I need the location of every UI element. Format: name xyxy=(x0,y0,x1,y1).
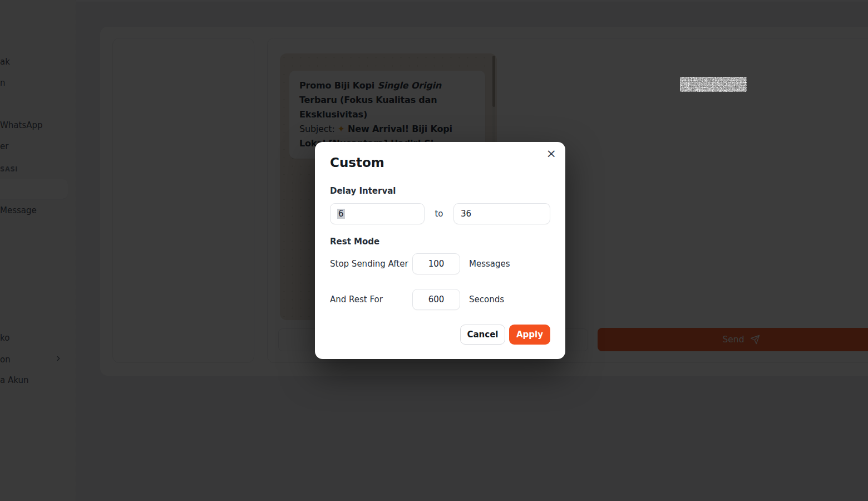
custom-speed-modal: × Custom Delay Interval 6 to 36 Rest Mod… xyxy=(315,142,565,359)
delay-from-value: 6 xyxy=(337,209,345,219)
rest-mode-label: Rest Mode xyxy=(330,237,379,247)
and-rest-for-label: And Rest For xyxy=(330,289,383,310)
close-icon[interactable]: × xyxy=(546,148,556,160)
and-rest-for-value: 600 xyxy=(428,294,445,304)
modal-title: Custom xyxy=(330,155,384,170)
delay-to-value: 36 xyxy=(461,209,471,219)
redacted-phone-number xyxy=(680,77,747,92)
stop-sending-after-input[interactable]: 100 xyxy=(412,253,460,274)
apply-button[interactable]: Apply xyxy=(509,325,550,345)
messages-unit-label: Messages xyxy=(469,253,510,274)
seconds-unit-label: Seconds xyxy=(469,289,504,310)
delay-interval-label: Delay Interval xyxy=(330,186,396,196)
and-rest-for-input[interactable]: 600 xyxy=(412,289,460,310)
delay-to-input[interactable]: 36 xyxy=(453,203,550,224)
delay-from-input[interactable]: 6 xyxy=(330,203,425,224)
stop-sending-after-value: 100 xyxy=(428,259,445,269)
stop-sending-after-label: Stop Sending After xyxy=(330,253,408,274)
delay-to-label: to xyxy=(425,203,453,224)
cancel-button[interactable]: Cancel xyxy=(460,325,505,345)
